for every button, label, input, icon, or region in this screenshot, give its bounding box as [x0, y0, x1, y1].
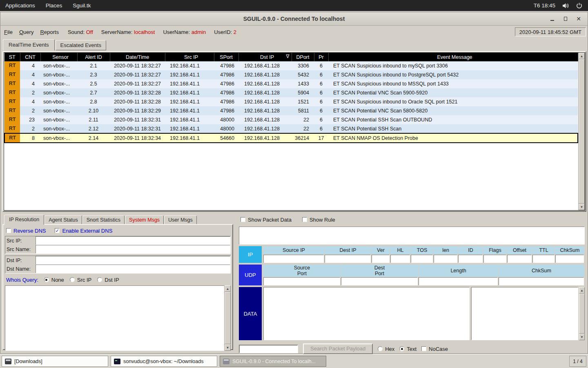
menu-reports[interactable]: Reports: [40, 29, 59, 35]
cell-sensor: son-vbox-...: [40, 70, 77, 79]
col-alert-id[interactable]: Alert ID: [77, 53, 110, 61]
power-icon[interactable]: [576, 2, 582, 9]
col-dst-ip[interactable]: Dst IP ∇: [238, 53, 292, 61]
sort-descending-icon[interactable]: ∇: [286, 54, 289, 59]
table-row[interactable]: RT 23 son-vbox-... 2.11 2020-09-11 18:32…: [4, 115, 578, 124]
table-row[interactable]: RT 2 son-vbox-... 2.10 2020-09-11 18:32:…: [4, 106, 578, 115]
scrollbar-thumb[interactable]: [579, 294, 585, 334]
col-pr[interactable]: Pr: [314, 53, 328, 61]
cell-event-message: ET SCAN NMAP OS Detection Probe: [328, 133, 578, 143]
close-button[interactable]: ✕: [576, 16, 581, 21]
ip-col-flags: Flags: [483, 246, 507, 254]
cell-src-ip: 192.168.41.1: [165, 124, 214, 133]
search-payload-input[interactable]: [239, 345, 298, 353]
menu-places[interactable]: Places: [40, 0, 68, 11]
tab-user-msgs[interactable]: User Msgs: [164, 215, 197, 224]
minimize-button[interactable]: [550, 16, 555, 21]
events-rows: RT 4 son-vbox-... 2.1 2020-09-11 18:32:2…: [4, 61, 578, 143]
external-dns-checkbox[interactable]: ✓ Enable External DNS: [55, 228, 112, 234]
workspace-pager[interactable]: 1 / 4: [569, 356, 586, 367]
cell-dst-ip: 192.168.41.128: [238, 124, 292, 133]
col-st[interactable]: ST: [4, 53, 20, 61]
ip-col-offset: Offset: [507, 246, 532, 254]
menu-sguil-tk[interactable]: Sguil.tk: [67, 0, 96, 11]
reverse-dns-checkbox[interactable]: Reverse DNS: [6, 228, 46, 234]
volume-icon[interactable]: [562, 3, 569, 9]
scrollbar-thumb[interactable]: [225, 292, 231, 344]
scroll-up-icon[interactable]: ▲: [225, 285, 231, 292]
cell-status: RT: [4, 115, 20, 124]
hex-radio[interactable]: Hex: [378, 346, 394, 352]
cell-count: 4: [20, 79, 40, 88]
whois-none-radio[interactable]: None: [44, 277, 64, 283]
events-scrollbar[interactable]: ▲ ▼: [578, 53, 585, 210]
cell-protocol: 6: [314, 106, 328, 115]
whois-src-ip-radio[interactable]: Src IP: [70, 277, 91, 283]
cell-protocol: 6: [314, 79, 328, 88]
show-rule-checkbox[interactable]: Show Rule: [302, 217, 335, 223]
text-radio[interactable]: Text: [399, 346, 416, 352]
col-dport[interactable]: DPort: [292, 53, 314, 61]
src-name-field[interactable]: [36, 245, 230, 254]
table-row[interactable]: RT 4 son-vbox-... 2.5 2020-09-11 18:32:2…: [4, 79, 578, 88]
table-row[interactable]: RT 4 son-vbox-... 2.1 2020-09-11 18:32:2…: [4, 61, 578, 70]
tab-snort-statistics[interactable]: Snort Statistics: [82, 215, 125, 224]
col-datetime[interactable]: Date/Time: [110, 53, 165, 61]
resolution-tabs: IP Resolution Agent Status Snort Statist…: [1, 213, 234, 224]
show-packet-data-checkbox[interactable]: Show Packet Data: [241, 217, 292, 223]
menu-query[interactable]: Query: [19, 29, 33, 35]
whois-dst-ip-radio[interactable]: Dst IP: [97, 277, 119, 283]
col-event-message[interactable]: Event Message: [328, 53, 578, 61]
dst-ip-field[interactable]: [36, 256, 230, 265]
payload-scrollbar[interactable]: ▲ ▼: [579, 287, 585, 340]
cell-event-message: ET SCAN Suspicious inbound to Oracle SQL…: [328, 97, 578, 106]
table-row[interactable]: RT 2 son-vbox-... 2.7 2020-09-11 18:32:2…: [4, 88, 578, 97]
scroll-up-icon[interactable]: ▲: [579, 287, 585, 294]
taskbar-item-terminal[interactable]: sonvuduc@son-vbox: ~/Downloads: [111, 356, 217, 367]
scroll-down-icon[interactable]: ▼: [579, 204, 585, 210]
cell-src-ip: 192.168.41.1: [165, 115, 214, 124]
search-packet-payload-button[interactable]: Search Packet Payload: [303, 343, 373, 354]
menu-applications[interactable]: Applications: [0, 0, 40, 11]
cell-sensor: son-vbox-...: [40, 79, 77, 88]
cell-sport: 47986: [214, 61, 238, 70]
col-sport[interactable]: SPort: [214, 53, 238, 61]
col-src-ip[interactable]: Src IP: [165, 53, 214, 61]
desktop-clock[interactable]: T6 18:45: [534, 2, 555, 9]
scroll-down-icon[interactable]: ▼: [225, 344, 231, 351]
maximize-button[interactable]: [563, 16, 568, 21]
tab-system-msgs[interactable]: System Msgs: [125, 215, 164, 224]
tab-escalated-events[interactable]: Escalated Events: [56, 40, 106, 50]
table-row[interactable]: RT 8 son-vbox-... 2.14 2020-09-11 18:32:…: [4, 133, 578, 143]
cell-dport: 3306: [292, 61, 314, 70]
checkbox-checked-icon: ✓: [55, 228, 60, 233]
tab-ip-resolution[interactable]: IP Resolution: [4, 215, 44, 225]
ip-value-offset: [507, 255, 532, 263]
cell-sensor: son-vbox-...: [40, 106, 77, 115]
table-row[interactable]: RT 2 son-vbox-... 2.12 2020-09-11 18:32:…: [4, 124, 578, 133]
cell-alert-id: 2.10: [77, 106, 110, 115]
table-row[interactable]: RT 4 son-vbox-... 2.8 2020-09-11 18:32:2…: [4, 97, 578, 106]
taskbar-item-downloads[interactable]: [Downloads]: [2, 356, 108, 367]
dst-fields-group: Dst IP: Dst Name:: [5, 256, 231, 274]
dst-name-field[interactable]: [36, 265, 230, 273]
packet-panel: Show Packet Data Show Rule IP Source IP …: [236, 213, 588, 352]
cell-status: RT: [4, 79, 20, 88]
tab-realtime-events[interactable]: RealTime Events: [3, 39, 55, 51]
table-row[interactable]: RT 4 son-vbox-... 2.3 2020-09-11 18:32:2…: [4, 70, 578, 79]
scroll-up-icon[interactable]: ▲: [579, 53, 585, 59]
src-ip-field[interactable]: [36, 236, 230, 245]
sound-status: Sound: Off: [68, 29, 99, 35]
taskbar-item-sguil[interactable]: SGUIL-0.9.0 - Connected To localh...: [220, 356, 326, 367]
nocase-checkbox[interactable]: NoCase: [421, 346, 448, 352]
menu-file[interactable]: File: [4, 29, 13, 35]
tab-agent-status[interactable]: Agent Status: [45, 215, 82, 224]
scroll-down-icon[interactable]: ▼: [579, 334, 585, 340]
col-cnt[interactable]: CNT: [20, 53, 40, 61]
scrollbar-thumb[interactable]: [579, 59, 585, 204]
radio-icon: [97, 277, 102, 282]
whois-scrollbar[interactable]: ▲ ▼: [224, 285, 231, 351]
server-name-status: ServerName: localhost: [101, 29, 161, 35]
col-sensor[interactable]: Sensor: [40, 53, 77, 61]
titlebar[interactable]: SGUIL-0.9.0 - Connected To localhost ✕: [0, 12, 588, 26]
